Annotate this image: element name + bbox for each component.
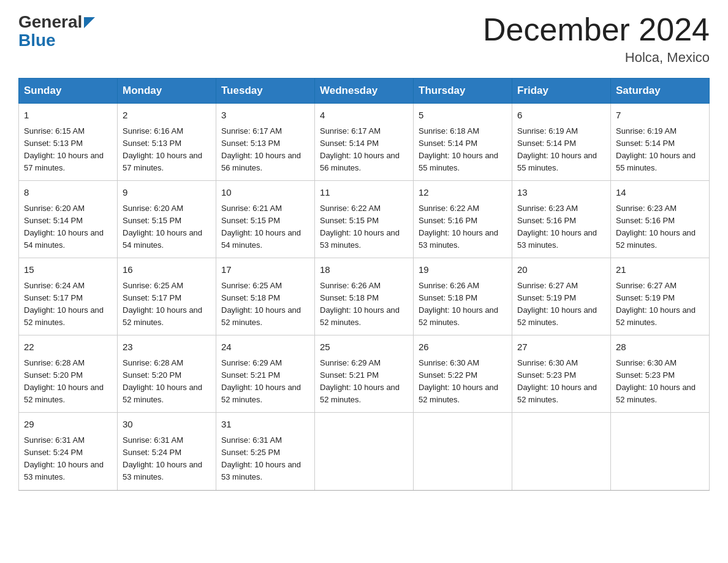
col-header-friday: Friday	[512, 79, 611, 104]
logo-arrow-icon	[84, 17, 95, 28]
calendar-cell: 27Sunrise: 6:30 AMSunset: 5:23 PMDayligh…	[512, 335, 611, 413]
calendar-cell: 15Sunrise: 6:24 AMSunset: 5:17 PMDayligh…	[19, 258, 118, 335]
col-header-wednesday: Wednesday	[315, 79, 414, 104]
day-info: Sunrise: 6:31 AMSunset: 5:25 PMDaylight:…	[221, 435, 301, 481]
calendar-cell: 10Sunrise: 6:21 AMSunset: 5:15 PMDayligh…	[216, 181, 315, 258]
day-number: 18	[320, 263, 408, 277]
day-number: 28	[616, 340, 704, 354]
day-info: Sunrise: 6:26 AMSunset: 5:18 PMDaylight:…	[419, 281, 498, 327]
day-info: Sunrise: 6:27 AMSunset: 5:19 PMDaylight:…	[517, 281, 597, 327]
calendar-cell: 11Sunrise: 6:22 AMSunset: 5:15 PMDayligh…	[315, 181, 414, 258]
day-number: 29	[24, 418, 112, 432]
calendar-cell: 20Sunrise: 6:27 AMSunset: 5:19 PMDayligh…	[512, 258, 611, 335]
day-info: Sunrise: 6:25 AMSunset: 5:18 PMDaylight:…	[221, 281, 301, 327]
calendar-week-2: 8Sunrise: 6:20 AMSunset: 5:14 PMDaylight…	[19, 181, 710, 258]
day-number: 23	[123, 340, 211, 354]
day-number: 7	[616, 109, 704, 123]
day-info: Sunrise: 6:30 AMSunset: 5:22 PMDaylight:…	[419, 358, 498, 404]
calendar-cell: 4Sunrise: 6:17 AMSunset: 5:14 PMDaylight…	[315, 104, 414, 181]
calendar-cell: 29Sunrise: 6:31 AMSunset: 5:24 PMDayligh…	[19, 413, 118, 490]
day-number: 13	[517, 186, 605, 200]
calendar-cell: 22Sunrise: 6:28 AMSunset: 5:20 PMDayligh…	[19, 335, 118, 413]
calendar-cell: 3Sunrise: 6:17 AMSunset: 5:13 PMDaylight…	[216, 104, 315, 181]
calendar-cell: 21Sunrise: 6:27 AMSunset: 5:19 PMDayligh…	[611, 258, 710, 335]
day-number: 30	[123, 418, 211, 432]
day-info: Sunrise: 6:29 AMSunset: 5:21 PMDaylight:…	[320, 358, 400, 404]
day-info: Sunrise: 6:28 AMSunset: 5:20 PMDaylight:…	[123, 358, 202, 404]
day-info: Sunrise: 6:23 AMSunset: 5:16 PMDaylight:…	[517, 204, 597, 250]
calendar-cell: 18Sunrise: 6:26 AMSunset: 5:18 PMDayligh…	[315, 258, 414, 335]
day-info: Sunrise: 6:30 AMSunset: 5:23 PMDaylight:…	[517, 358, 597, 404]
day-number: 5	[419, 109, 507, 123]
day-number: 24	[221, 340, 309, 354]
day-info: Sunrise: 6:20 AMSunset: 5:15 PMDaylight:…	[123, 204, 202, 250]
day-info: Sunrise: 6:23 AMSunset: 5:16 PMDaylight:…	[616, 204, 696, 250]
calendar-week-3: 15Sunrise: 6:24 AMSunset: 5:17 PMDayligh…	[19, 258, 710, 335]
col-header-tuesday: Tuesday	[216, 79, 315, 104]
logo-general-text: General	[18, 12, 82, 32]
logo-blue-text: Blue	[18, 31, 56, 50]
col-header-sunday: Sunday	[19, 79, 118, 104]
day-info: Sunrise: 6:25 AMSunset: 5:17 PMDaylight:…	[123, 281, 202, 327]
day-number: 26	[419, 340, 507, 354]
svg-marker-0	[84, 17, 95, 28]
day-number: 27	[517, 340, 605, 354]
day-number: 8	[24, 186, 112, 200]
calendar-cell: 5Sunrise: 6:18 AMSunset: 5:14 PMDaylight…	[414, 104, 512, 181]
calendar-cell	[512, 413, 611, 490]
calendar-cell: 2Sunrise: 6:16 AMSunset: 5:13 PMDaylight…	[118, 104, 216, 181]
calendar-cell: 13Sunrise: 6:23 AMSunset: 5:16 PMDayligh…	[512, 181, 611, 258]
logo: General Blue	[18, 12, 95, 50]
calendar-week-4: 22Sunrise: 6:28 AMSunset: 5:20 PMDayligh…	[19, 335, 710, 413]
calendar-cell: 9Sunrise: 6:20 AMSunset: 5:15 PMDaylight…	[118, 181, 216, 258]
day-number: 12	[419, 186, 507, 200]
day-number: 10	[221, 186, 309, 200]
day-info: Sunrise: 6:19 AMSunset: 5:14 PMDaylight:…	[517, 126, 597, 172]
col-header-thursday: Thursday	[414, 79, 512, 104]
day-info: Sunrise: 6:17 AMSunset: 5:14 PMDaylight:…	[320, 126, 400, 172]
calendar-cell: 17Sunrise: 6:25 AMSunset: 5:18 PMDayligh…	[216, 258, 315, 335]
day-info: Sunrise: 6:26 AMSunset: 5:18 PMDaylight:…	[320, 281, 400, 327]
day-info: Sunrise: 6:30 AMSunset: 5:23 PMDaylight:…	[616, 358, 696, 404]
calendar-cell: 14Sunrise: 6:23 AMSunset: 5:16 PMDayligh…	[611, 181, 710, 258]
day-number: 9	[123, 186, 211, 200]
day-number: 21	[616, 263, 704, 277]
day-info: Sunrise: 6:22 AMSunset: 5:15 PMDaylight:…	[320, 204, 400, 250]
calendar-cell: 25Sunrise: 6:29 AMSunset: 5:21 PMDayligh…	[315, 335, 414, 413]
calendar-week-5: 29Sunrise: 6:31 AMSunset: 5:24 PMDayligh…	[19, 413, 710, 490]
location-text: Holca, Mexico	[483, 50, 710, 66]
day-info: Sunrise: 6:31 AMSunset: 5:24 PMDaylight:…	[24, 435, 104, 481]
day-number: 14	[616, 186, 704, 200]
day-info: Sunrise: 6:22 AMSunset: 5:16 PMDaylight:…	[419, 204, 498, 250]
day-info: Sunrise: 6:27 AMSunset: 5:19 PMDaylight:…	[616, 281, 696, 327]
day-number: 31	[221, 418, 309, 432]
calendar-table: SundayMondayTuesdayWednesdayThursdayFrid…	[18, 78, 710, 490]
day-info: Sunrise: 6:24 AMSunset: 5:17 PMDaylight:…	[24, 281, 104, 327]
calendar-cell: 8Sunrise: 6:20 AMSunset: 5:14 PMDaylight…	[19, 181, 118, 258]
calendar-header-row: SundayMondayTuesdayWednesdayThursdayFrid…	[19, 79, 710, 104]
calendar-cell: 30Sunrise: 6:31 AMSunset: 5:24 PMDayligh…	[118, 413, 216, 490]
day-number: 1	[24, 109, 112, 123]
calendar-cell	[414, 413, 512, 490]
day-number: 4	[320, 109, 408, 123]
day-number: 15	[24, 263, 112, 277]
month-title: December 2024	[483, 12, 710, 47]
day-info: Sunrise: 6:17 AMSunset: 5:13 PMDaylight:…	[221, 126, 301, 172]
day-number: 20	[517, 263, 605, 277]
day-info: Sunrise: 6:28 AMSunset: 5:20 PMDaylight:…	[24, 358, 104, 404]
col-header-monday: Monday	[118, 79, 216, 104]
calendar-cell: 24Sunrise: 6:29 AMSunset: 5:21 PMDayligh…	[216, 335, 315, 413]
calendar-cell: 26Sunrise: 6:30 AMSunset: 5:22 PMDayligh…	[414, 335, 512, 413]
col-header-saturday: Saturday	[611, 79, 710, 104]
day-info: Sunrise: 6:29 AMSunset: 5:21 PMDaylight:…	[221, 358, 301, 404]
day-number: 17	[221, 263, 309, 277]
title-section: December 2024 Holca, Mexico	[483, 12, 710, 66]
calendar-cell: 19Sunrise: 6:26 AMSunset: 5:18 PMDayligh…	[414, 258, 512, 335]
day-info: Sunrise: 6:18 AMSunset: 5:14 PMDaylight:…	[419, 126, 498, 172]
day-number: 11	[320, 186, 408, 200]
day-number: 3	[221, 109, 309, 123]
day-info: Sunrise: 6:20 AMSunset: 5:14 PMDaylight:…	[24, 204, 104, 250]
day-number: 22	[24, 340, 112, 354]
calendar-cell: 28Sunrise: 6:30 AMSunset: 5:23 PMDayligh…	[611, 335, 710, 413]
calendar-week-1: 1Sunrise: 6:15 AMSunset: 5:13 PMDaylight…	[19, 104, 710, 181]
